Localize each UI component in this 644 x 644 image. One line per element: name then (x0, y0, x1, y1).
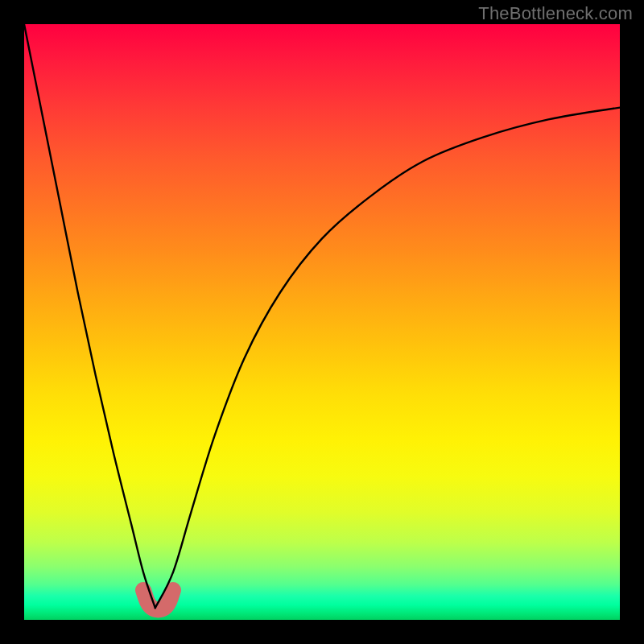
chart-frame: TheBottleneck.com (0, 0, 644, 644)
curve-right-branch (155, 108, 620, 609)
curve-left-branch (24, 24, 155, 608)
chart-svg (24, 24, 620, 620)
highlight-u-segment (143, 590, 173, 609)
watermark-text: TheBottleneck.com (478, 3, 633, 24)
